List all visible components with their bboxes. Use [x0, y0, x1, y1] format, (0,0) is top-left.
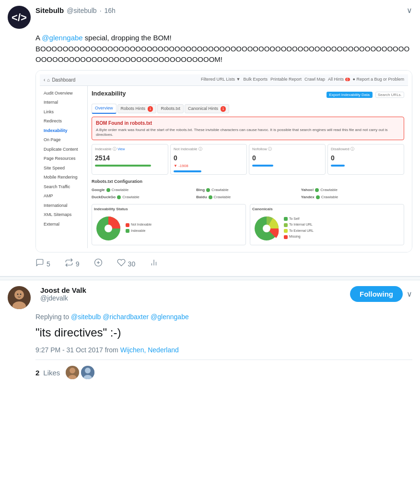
- yahoo-label: Yahoo!: [301, 187, 314, 193]
- save-action[interactable]: [94, 258, 103, 270]
- stat-indexable-value: 2514: [95, 153, 165, 163]
- stat-indexable-bar: [95, 165, 151, 167]
- legend-missing-dot: [284, 235, 288, 239]
- baidu-dot: [209, 195, 212, 199]
- dash-home-icon: ⌂: [47, 76, 50, 84]
- legend-indexable-dot: [126, 229, 129, 233]
- dash-actions: Filtered URL Lists ▼ Bulk Exports Printa…: [201, 76, 404, 83]
- tweet-text-suffix: special, dropping the BOM!: [85, 34, 172, 42]
- all-hints-label: All Hints 0: [328, 76, 350, 83]
- sidebar-duplicate-content: Duplicate Content: [40, 145, 87, 155]
- tab-overview[interactable]: Overview: [92, 104, 117, 114]
- likes-label: Likes: [43, 369, 60, 377]
- retweet-count: 9: [76, 259, 80, 269]
- chart-canonicals-content: To Self To Internal URL To: [252, 214, 402, 243]
- report-bug-label: ● Report a Bug or Problem: [353, 76, 405, 83]
- stat-disallowed-value: 0: [331, 153, 401, 163]
- canonicals-pie: [252, 214, 281, 243]
- yandex-label: Yandex: [301, 194, 315, 200]
- sidebar-audit-overview: Audit Overview: [40, 89, 87, 98]
- stat-nofollow-label: Nofollow ⓘ: [252, 146, 322, 152]
- stat-nofollow-bar: [252, 165, 273, 167]
- bulk-exports-label: Bulk Exports: [243, 76, 268, 83]
- follow-section: Following ∨: [350, 286, 412, 302]
- yandex-dot: [316, 195, 320, 199]
- dash-tabs: Overview Robots Hints 1 Robots.txt Canon…: [92, 104, 404, 114]
- dash-nav-label: Dashboard: [52, 76, 75, 84]
- legend-indexable: Indexable: [126, 228, 152, 234]
- sitebulb-avatar: </>: [8, 6, 31, 29]
- stat-not-indexable-bar: [174, 170, 201, 172]
- baidu-status: Crawlable: [214, 194, 231, 200]
- comment-icon: [35, 258, 44, 270]
- stat-not-indexable: Not Indexable ⓘ 0 ▼ -1908: [170, 144, 247, 175]
- bom-alert-text: A Byte order mark was found at the start…: [96, 128, 400, 138]
- location-link[interactable]: Wijchen, Nederland: [120, 346, 179, 354]
- crawl-map-label: Crawl Map: [304, 76, 325, 83]
- like-action[interactable]: 30: [117, 258, 136, 270]
- retweet-icon: [65, 258, 73, 270]
- google-status: Crawlable: [112, 187, 129, 193]
- legend-not-indexable-label: Not Indexable: [131, 222, 152, 228]
- save-icon: [94, 258, 103, 270]
- joost-username: @jdevalk: [40, 294, 86, 302]
- sidebar-indexability: Indexability: [40, 126, 87, 136]
- export-btn[interactable]: Export Indexability Data: [327, 92, 373, 98]
- svg-text:</>: </>: [12, 12, 27, 24]
- comment-action[interactable]: 5: [35, 258, 50, 270]
- legend-to-external: To External URL: [284, 228, 314, 234]
- legend-to-self: To Self: [284, 216, 314, 222]
- legend-to-internal-dot: [284, 223, 288, 227]
- stats-action[interactable]: [150, 258, 158, 270]
- sidebar-internal: Internal: [40, 98, 87, 108]
- tweet-header: </> Sitebulb @sitebulb · 16h ∨: [8, 6, 412, 29]
- stat-indexable: Indexable ⓘ View 2514: [92, 144, 168, 175]
- crawl-google: Google Crawlable: [92, 187, 195, 193]
- following-button[interactable]: Following: [350, 286, 403, 302]
- google-dot: [106, 188, 110, 192]
- svg-point-3: [105, 225, 112, 232]
- sidebar-on-page: On Page: [40, 135, 87, 145]
- search-input[interactable]: [375, 92, 404, 98]
- joost-display-name: Joost de Valk: [40, 286, 86, 294]
- tab-robots-hints[interactable]: Robots Hints 1: [117, 104, 157, 114]
- retweet-action[interactable]: 9: [65, 258, 80, 270]
- stat-disallowed: Disallowed ⓘ 0: [327, 144, 404, 175]
- svg-point-15: [17, 293, 19, 295]
- author-line: Sitebulb @sitebulb · 16h ∨: [35, 6, 412, 15]
- legend-missing: Missing: [284, 234, 314, 240]
- stats-icon: [150, 258, 158, 270]
- tab-robots-txt[interactable]: Robots.txt: [157, 104, 184, 114]
- tweet-more-icon[interactable]: ∨: [407, 6, 412, 15]
- dash-nav: ‹ ⌂ Dashboard: [44, 76, 75, 84]
- like-avatar-1: [66, 366, 79, 379]
- reply-body: Replying to @sitebulb @richardbaxter @gl…: [35, 313, 412, 380]
- reply-mention-glenngabe[interactable]: @glenngabe: [151, 313, 189, 321]
- dash-main: Indexability Export Indexability Data Ov…: [88, 86, 408, 248]
- legend-to-external-dot: [284, 229, 288, 233]
- dashboard-screenshot: ‹ ⌂ Dashboard Filtered URL Lists ▼ Bulk …: [36, 71, 412, 252]
- joost-more-icon[interactable]: ∨: [407, 289, 412, 299]
- duckduckgo-label: DuckDuckGo: [92, 194, 116, 200]
- mention-glenngabe[interactable]: @glenngabe: [42, 34, 82, 42]
- crawl-yandex: Yandex Crawlable: [301, 194, 404, 200]
- joost-header-row: Joost de Valk @jdevalk Following ∨: [40, 286, 412, 302]
- sidebar-external: External: [40, 220, 87, 229]
- bing-status: Crawlable: [211, 187, 229, 193]
- chart-indexability: Indexability Status: [92, 204, 246, 245]
- legend-to-internal: To Internal URL: [284, 222, 314, 228]
- reply-mention-richardbaxter[interactable]: @richardbaxter: [103, 313, 149, 321]
- legend-to-external-label: To External URL: [289, 228, 314, 234]
- screenshot-card: ‹ ⌂ Dashboard Filtered URL Lists ▼ Bulk …: [35, 70, 412, 252]
- tweet-time-value: 16h: [105, 7, 116, 14]
- sidebar-redirects: Redirects: [40, 117, 87, 126]
- bom-text: BOOOOOOOOOOOOOOOOOOOOOOOOOOOOOOOOOOOOOOO…: [35, 45, 409, 64]
- sidebar-search-traffic: Search Traffic: [40, 182, 87, 192]
- likes-count: 2: [35, 369, 39, 377]
- reply-text: "its directives" :-): [35, 324, 412, 341]
- tab-canonical-hints[interactable]: Canonical Hints 1: [185, 104, 229, 114]
- chart-indexability-content: Not Indexable Indexable: [94, 214, 244, 243]
- stat-nofollow: Nofollow ⓘ 0: [249, 144, 326, 175]
- reply-tweet: Joost de Valk @jdevalk Following ∨ Reply…: [0, 280, 420, 385]
- reply-mention-sitebulb[interactable]: @sitebulb: [71, 313, 101, 321]
